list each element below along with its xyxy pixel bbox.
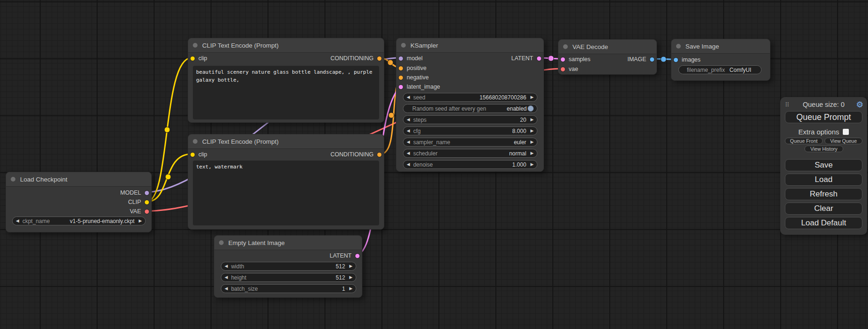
output-slot-image[interactable]: IMAGE [628, 56, 654, 63]
decrement-arrow-icon[interactable]: ◀ [16, 219, 19, 223]
increment-arrow-icon[interactable]: ▶ [139, 219, 142, 223]
increment-arrow-icon[interactable]: ▶ [530, 151, 534, 155]
conditioning-port-icon[interactable] [399, 76, 403, 80]
load-default-button[interactable]: Load Default [785, 217, 862, 229]
ckpt-name-widget[interactable]: ◀ ckpt_name v1-5-pruned-emaonly.ckpt ▶ [12, 217, 146, 225]
increment-arrow-icon[interactable]: ▶ [530, 129, 534, 133]
increment-arrow-icon[interactable]: ▶ [349, 275, 353, 280]
node-empty-latent-image[interactable]: Empty Latent Image LATENT ◀ width 512 ▶ … [214, 235, 362, 298]
increment-arrow-icon[interactable]: ▶ [530, 140, 534, 144]
node-load-checkpoint[interactable]: Load Checkpoint MODEL CLIP VAE ◀ ckpt_na… [6, 172, 152, 232]
node-clip-encode-negative[interactable]: CLIP Text Encode (Prompt) clip CONDITION… [188, 134, 384, 230]
node-title-bar[interactable]: CLIP Text Encode (Prompt) [188, 134, 384, 149]
denoise-widget[interactable]: ◀ denoise 1.000 ▶ [403, 160, 537, 169]
node-title-bar[interactable]: KSampler [396, 38, 543, 53]
increment-arrow-icon[interactable]: ▶ [349, 264, 353, 268]
width-widget[interactable]: ◀ width 512 ▶ [221, 262, 356, 271]
latent-port-icon[interactable] [399, 85, 403, 89]
output-slot-conditioning[interactable]: CONDITIONING [331, 55, 381, 62]
output-slot-latent[interactable]: LATENT [330, 252, 360, 259]
node-ksampler[interactable]: KSampler model positive negative latent_… [396, 38, 544, 172]
conditioning-port-icon[interactable] [377, 56, 381, 61]
batch-size-widget[interactable]: ◀ batch_size 1 ▶ [221, 284, 356, 293]
clip-port-icon[interactable] [191, 56, 195, 61]
input-slot-vae[interactable]: vae [561, 65, 578, 73]
output-slot-conditioning[interactable]: CONDITIONING [331, 151, 381, 158]
node-title-bar[interactable]: VAE Decode [558, 40, 656, 54]
increment-arrow-icon[interactable]: ▶ [349, 287, 353, 291]
gear-icon[interactable]: ⚙ [856, 100, 863, 110]
model-port-icon[interactable] [399, 56, 403, 61]
input-slot-negative[interactable]: negative [399, 74, 429, 81]
view-queue-button[interactable]: View Queue [825, 138, 862, 144]
clip-port-icon[interactable] [145, 200, 149, 204]
node-title-bar[interactable]: Empty Latent Image [214, 236, 362, 250]
node-title-bar[interactable]: Load Checkpoint [6, 172, 151, 187]
prompt-textarea[interactable]: text, watermark [193, 161, 379, 225]
decrement-arrow-icon[interactable]: ◀ [225, 275, 228, 280]
save-button[interactable]: Save [785, 159, 862, 171]
collapse-dot-icon[interactable] [193, 139, 198, 144]
output-slot-model[interactable]: MODEL [120, 189, 149, 196]
height-widget[interactable]: ◀ height 512 ▶ [221, 273, 356, 282]
collapse-dot-icon[interactable] [219, 240, 224, 245]
conditioning-port-icon[interactable] [399, 66, 403, 70]
image-port-icon[interactable] [650, 57, 654, 62]
decrement-arrow-icon[interactable]: ◀ [407, 118, 410, 122]
output-slot-clip[interactable]: CLIP [128, 198, 149, 206]
increment-arrow-icon[interactable]: ▶ [530, 95, 534, 99]
input-slot-positive[interactable]: positive [399, 64, 426, 72]
latent-port-icon[interactable] [537, 56, 541, 61]
steps-widget[interactable]: ◀ steps 20 ▶ [403, 115, 537, 124]
view-history-button[interactable]: View History [804, 146, 843, 152]
input-slot-latent-image[interactable]: latent_image [399, 83, 440, 91]
decrement-arrow-icon[interactable]: ◀ [225, 287, 228, 291]
queue-front-button[interactable]: Queue Front [785, 138, 823, 144]
load-button[interactable]: Load [785, 174, 862, 186]
input-slot-clip[interactable]: clip [191, 151, 207, 158]
sampler-name-widget[interactable]: ◀ sampler_name euler ▶ [403, 138, 537, 147]
node-title-bar[interactable]: CLIP Text Encode (Prompt) [188, 38, 384, 53]
toggle-knob-icon[interactable] [528, 105, 534, 112]
decrement-arrow-icon[interactable]: ◀ [407, 95, 410, 99]
decrement-arrow-icon[interactable]: ◀ [407, 162, 410, 167]
latent-port-icon[interactable] [355, 254, 360, 258]
cfg-widget[interactable]: ◀ cfg 8.000 ▶ [403, 126, 537, 135]
collapse-dot-icon[interactable] [401, 43, 406, 48]
increment-arrow-icon[interactable]: ▶ [530, 162, 534, 167]
conditioning-port-icon[interactable] [377, 153, 381, 157]
collapse-dot-icon[interactable] [193, 43, 198, 48]
seed-widget[interactable]: ◀ seed 156680208700286 ▶ [403, 93, 537, 102]
collapse-dot-icon[interactable] [676, 44, 681, 49]
model-port-icon[interactable] [145, 191, 149, 195]
decrement-arrow-icon[interactable]: ◀ [407, 140, 410, 144]
filename-prefix-widget[interactable]: filename_prefix ComfyUI [678, 65, 762, 74]
input-slot-clip[interactable]: clip [191, 55, 207, 62]
input-slot-model[interactable]: model [399, 55, 423, 62]
refresh-button[interactable]: Refresh [785, 188, 862, 200]
decrement-arrow-icon[interactable]: ◀ [225, 264, 228, 268]
node-title-bar[interactable]: Save Image [671, 39, 770, 54]
random-seed-toggle-widget[interactable]: Random seed after every gen enabled [403, 104, 537, 113]
image-port-icon[interactable] [674, 58, 678, 62]
decrement-arrow-icon[interactable]: ◀ [407, 129, 410, 133]
clip-port-icon[interactable] [191, 153, 195, 157]
vae-port-icon[interactable] [561, 67, 565, 71]
scheduler-widget[interactable]: ◀ scheduler normal ▶ [403, 149, 537, 158]
latent-port-icon[interactable] [561, 57, 565, 62]
clear-button[interactable]: Clear [785, 203, 862, 215]
node-clip-encode-positive[interactable]: CLIP Text Encode (Prompt) clip CONDITION… [188, 38, 384, 123]
output-slot-latent[interactable]: LATENT [511, 55, 541, 62]
extra-options-checkbox[interactable] [843, 129, 849, 135]
node-save-image[interactable]: Save Image images filename_prefix ComfyU… [671, 39, 770, 81]
input-slot-images[interactable]: images [674, 56, 700, 63]
queue-prompt-button[interactable]: Queue Prompt [785, 111, 862, 123]
collapse-dot-icon[interactable] [563, 44, 568, 49]
decrement-arrow-icon[interactable]: ◀ [407, 151, 410, 155]
increment-arrow-icon[interactable]: ▶ [530, 118, 534, 122]
prompt-textarea[interactable]: beautiful scenery nature glass bottle la… [193, 66, 379, 119]
node-vae-decode[interactable]: VAE Decode samples vae IMAGE [558, 39, 657, 75]
output-slot-vae[interactable]: VAE [130, 208, 149, 215]
input-slot-samples[interactable]: samples [561, 56, 591, 63]
vae-port-icon[interactable] [145, 210, 149, 214]
